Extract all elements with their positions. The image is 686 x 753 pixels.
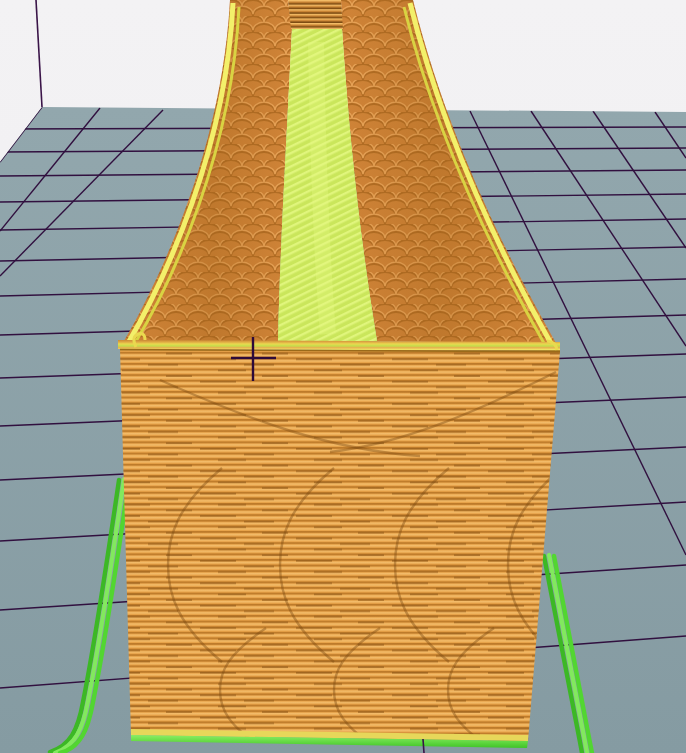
model-front-face bbox=[120, 349, 562, 750]
grid-tick-mark bbox=[423, 739, 424, 753]
slicer-3d-viewport[interactable] bbox=[0, 0, 686, 753]
gcode-preview-scene bbox=[0, 0, 686, 753]
model-far-wall bbox=[288, 0, 343, 29]
